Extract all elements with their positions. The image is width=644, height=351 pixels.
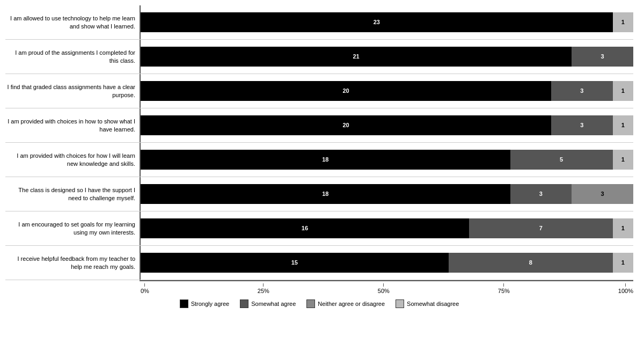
segment-value: 5 [560, 156, 563, 163]
chart-container: I am allowed to use technology to help m… [0, 0, 644, 351]
segment-value: 3 [539, 191, 543, 197]
row-label: I receive helpful feedback from my teach… [5, 255, 140, 270]
segment-value: 1 [621, 19, 625, 25]
row-label: I am provided with choices for how I wil… [5, 152, 140, 167]
tick-line [263, 283, 264, 287]
legend-label: Somewhat agree [251, 301, 296, 307]
segment-value: 3 [580, 122, 583, 128]
row-label: I am proud of the assignments I complete… [5, 49, 140, 64]
segment-value: 1 [621, 87, 625, 94]
bar-segment-strongly: 18 [141, 184, 510, 204]
bar-segment-strongly: 23 [141, 12, 613, 33]
row-label: I find that graded class assignments hav… [5, 83, 140, 99]
segment-value: 7 [539, 225, 543, 231]
bar-track: 1851 [141, 150, 633, 170]
legend: Strongly agreeSomewhat agreeNeither agre… [5, 299, 633, 308]
bar-segment-strongly: 16 [141, 218, 469, 239]
chart-row: I am proud of the assignments I complete… [5, 40, 633, 74]
bar-segment-somewhat: 7 [469, 218, 613, 239]
bar-track: 1833 [141, 184, 633, 204]
tick-label: 25% [258, 288, 269, 294]
segment-value: 3 [601, 191, 604, 197]
segment-value: 15 [291, 259, 298, 266]
bar-segment-strongly: 15 [141, 253, 449, 273]
bar-segment-sdisagree: 1 [613, 115, 633, 136]
bar-segment-somewhat: 3 [510, 184, 572, 204]
bar-segment-strongly: 20 [141, 115, 551, 136]
legend-color-box [240, 299, 248, 308]
bar-segment-neither: 3 [572, 184, 633, 204]
bar-wrapper: 2031 [140, 74, 633, 108]
legend-item: Somewhat disagree [396, 299, 459, 308]
chart-row: I find that graded class assignments hav… [5, 74, 633, 108]
segment-value: 3 [601, 53, 604, 60]
row-label: The class is designed so I have the supp… [5, 186, 140, 202]
bar-segment-sdisagree: 1 [613, 253, 633, 273]
x-axis-ticks: 0%25%50%75%100% [141, 283, 633, 294]
bar-segment-sdisagree: 1 [613, 150, 633, 170]
legend-label: Somewhat disagree [407, 301, 459, 307]
segment-value: 18 [322, 156, 328, 163]
bar-segment-sdisagree: 1 [613, 81, 633, 101]
x-axis: 0%25%50%75%100% [140, 280, 633, 294]
bar-wrapper: 1851 [140, 143, 633, 177]
bar-segment-somewhat: 3 [572, 47, 633, 67]
row-label: I am provided with choices in how to sho… [5, 118, 140, 133]
legend-color-box [306, 299, 315, 308]
bar-track: 2031 [141, 81, 633, 101]
bar-segment-somewhat: 3 [551, 115, 613, 136]
tick-label: 75% [498, 288, 510, 294]
segment-value: 1 [621, 122, 625, 128]
segment-value: 3 [580, 87, 583, 94]
segment-value: 18 [322, 191, 328, 197]
tick-label: 100% [618, 288, 633, 294]
chart-row: I am provided with choices in how to sho… [5, 108, 633, 143]
segment-value: 1 [621, 156, 625, 163]
bar-wrapper: 213 [140, 40, 633, 74]
segment-value: 21 [353, 53, 360, 60]
tick-label: 0% [141, 288, 149, 294]
bar-segment-sdisagree: 1 [613, 12, 633, 33]
segment-value: 1 [621, 225, 625, 231]
bar-track: 1581 [141, 253, 633, 273]
legend-color-box [396, 299, 404, 308]
legend-item: Somewhat agree [240, 299, 296, 308]
legend-color-box [180, 299, 188, 308]
bar-segment-strongly: 18 [141, 150, 510, 170]
row-label: I am encouraged to set goals for my lear… [5, 221, 140, 236]
bar-segment-strongly: 20 [141, 81, 551, 101]
x-tick: 50% [378, 283, 390, 294]
x-tick: 75% [498, 283, 510, 294]
legend-label: Strongly agree [191, 301, 230, 307]
bar-track: 213 [141, 47, 633, 67]
bar-wrapper: 1833 [140, 177, 633, 211]
bar-segment-somewhat: 5 [510, 150, 613, 170]
segment-value: 8 [529, 259, 532, 266]
x-tick: 0% [141, 283, 149, 294]
chart-area: I am allowed to use technology to help m… [5, 5, 633, 280]
bar-wrapper: 2031 [140, 108, 633, 142]
chart-row: The class is designed so I have the supp… [5, 177, 633, 211]
segment-value: 23 [374, 19, 380, 25]
bar-wrapper: 1671 [140, 211, 633, 245]
tick-line [625, 283, 626, 287]
bar-wrapper: 231 [140, 5, 633, 39]
chart-row: I am encouraged to set goals for my lear… [5, 211, 633, 246]
tick-line [503, 283, 504, 287]
legend-item: Neither agree or disagree [306, 299, 385, 308]
bar-segment-somewhat: 8 [449, 253, 613, 273]
legend-label: Neither agree or disagree [318, 301, 385, 307]
segment-value: 20 [342, 122, 349, 128]
chart-row: I am allowed to use technology to help m… [5, 5, 633, 40]
segment-value: 1 [621, 259, 625, 266]
chart-row: I am provided with choices for how I wil… [5, 143, 633, 177]
tick-label: 50% [378, 288, 390, 294]
row-label: I am allowed to use technology to help m… [5, 14, 140, 30]
chart-row: I receive helpful feedback from my teach… [5, 246, 633, 280]
x-tick: 100% [618, 283, 633, 294]
bar-track: 2031 [141, 115, 633, 136]
legend-item: Strongly agree [180, 299, 230, 308]
bar-track: 1671 [141, 218, 633, 239]
tick-line [144, 283, 145, 287]
segment-value: 20 [342, 87, 349, 94]
